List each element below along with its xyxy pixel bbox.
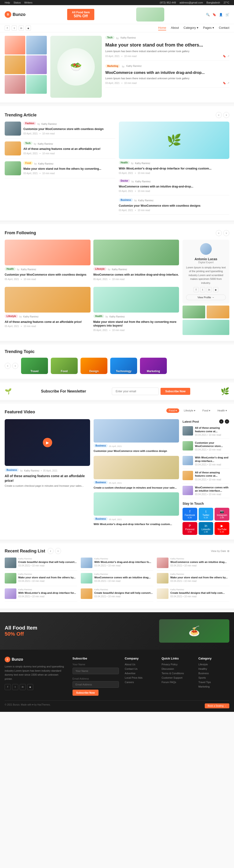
latest-next[interactable]: › <box>225 419 229 424</box>
company-link-local[interactable]: Local Price Ads <box>125 676 143 679</box>
footer-name-input[interactable] <box>72 668 119 674</box>
nav-pages[interactable]: Pages ▾ <box>203 26 214 30</box>
video-tab-health[interactable]: Health ▾ <box>215 408 229 413</box>
topbar-link-status[interactable]: Status <box>13 1 21 4</box>
bookmark-action-2[interactable]: 🔖 <box>223 82 226 85</box>
following-next[interactable]: › <box>223 230 229 236</box>
cat-link-lifestyle[interactable]: Lifestyle <box>199 663 208 666</box>
reading-next[interactable]: › <box>55 548 61 554</box>
following-prev[interactable]: ‹ <box>216 230 222 236</box>
footer-quick: Quick Links Privacy Policy Discussion Te… <box>162 657 192 696</box>
author-twitter[interactable]: t <box>200 287 205 292</box>
trending3-title[interactable]: Make your store stand out from the other… <box>23 167 115 171</box>
social-facebook[interactable]: f <box>5 26 10 31</box>
topic-travel[interactable]: Travel <box>21 358 48 374</box>
grid-view-icon[interactable]: ⊞ <box>227 550 229 553</box>
cart-icon[interactable]: 🛒 <box>226 13 229 17</box>
company-link-contact[interactable]: Contact Us <box>125 668 137 670</box>
social-card-instagram[interactable]: 📷 Instagram 2.8K <box>214 508 229 521</box>
cat-link-business[interactable]: Business <box>199 672 209 675</box>
author-facebook[interactable]: f <box>194 287 199 292</box>
trending2-title[interactable]: All of these amazing features come at an… <box>23 147 115 151</box>
nav-about[interactable]: About <box>171 26 179 30</box>
company-link-careers[interactable]: Careers <box>125 681 134 684</box>
video-tab-food1[interactable]: Food ▾ <box>166 408 179 413</box>
hero-article2-title[interactable]: WooCommerce comes with an intuitive drag… <box>105 70 229 75</box>
play-button[interactable]: ▶ <box>43 438 52 447</box>
social-linkedin[interactable]: in <box>19 26 24 31</box>
social-other[interactable]: ◆ <box>26 26 31 31</box>
subscribe-button[interactable]: Subscribe Now <box>160 388 190 395</box>
nav-category[interactable]: Category ▾ <box>183 26 198 30</box>
subscribe-email-input[interactable] <box>112 388 159 395</box>
social-twitter[interactable]: t <box>12 26 17 31</box>
footer-fb-icon[interactable]: f <box>5 684 11 690</box>
trending1-title[interactable]: Customize your WooCommerce store with co… <box>23 127 115 131</box>
cat-link-travel[interactable]: Travel Tips <box>199 681 211 684</box>
subscribe-form[interactable]: Subscribe Now <box>112 388 190 395</box>
following3-title[interactable]: All of these amazing features come at an… <box>5 320 91 324</box>
footer-subscribe-button[interactable]: Subscribe Now <box>72 690 98 696</box>
cat-link-healthy[interactable]: Healthy <box>199 668 207 670</box>
cat-link-marketing[interactable]: Marketing <box>199 685 210 688</box>
quick-link-support[interactable]: Customer Support <box>162 676 182 679</box>
topic-marketing[interactable]: Marketing <box>140 358 167 374</box>
nav-contact[interactable]: Contact <box>219 26 229 30</box>
share-action-2[interactable]: ↗ <box>227 82 229 85</box>
social-card-linkedin[interactable]: in LinkedIn 1.9K <box>199 522 213 535</box>
view-profile-button[interactable]: View Profile → <box>186 294 226 300</box>
following4-title[interactable]: Make your store stand out from the other… <box>93 320 179 328</box>
social-card-pinterest[interactable]: P Pinterest 3.5K <box>182 522 197 535</box>
quick-link-discussion[interactable]: Discussion <box>162 668 174 670</box>
trending-prev-arrow[interactable]: ‹ <box>216 112 222 118</box>
hero-article1-title[interactable]: Make your store stand out from the other… <box>105 41 229 48</box>
bookmark-action[interactable]: 🔖 <box>223 55 226 58</box>
latest-prev[interactable]: ‹ <box>219 419 224 424</box>
search-icon[interactable]: 🔍 <box>206 13 210 17</box>
book-seating-button[interactable]: Book a Seating → <box>205 704 229 708</box>
topic-prev[interactable]: ‹ <box>5 363 11 369</box>
user-icon[interactable]: 👤 <box>219 13 223 17</box>
footer-in-icon[interactable]: in <box>20 684 26 690</box>
vc2-title[interactable]: Create a custom checkout page in minutes… <box>94 486 179 490</box>
featured-left-title[interactable]: All of these amazing features come at an… <box>5 474 90 483</box>
video-tab-food2[interactable]: Food ▾ <box>200 408 213 413</box>
quick-link-terms[interactable]: Terms & Conditions <box>162 672 184 675</box>
company-link-about[interactable]: About Us <box>125 663 135 666</box>
share-action[interactable]: ↗ <box>227 55 229 58</box>
topic-tech[interactable]: Technology <box>110 358 137 374</box>
topic-food[interactable]: Food <box>51 358 78 374</box>
social-card-youtube[interactable]: ▶ YouTube 6.2K <box>214 522 229 535</box>
quick-link-faq[interactable]: Forum FAQs <box>162 681 176 684</box>
reading-img-3-1 <box>157 558 169 568</box>
cat-link-sports[interactable]: Sports <box>199 676 206 679</box>
bookmark-icon[interactable]: 🔖 <box>212 13 216 17</box>
view-by[interactable]: View by Date ⊞ <box>211 550 229 553</box>
trending-r1-title[interactable]: With WooLentor's drag-and-drop interface… <box>119 166 230 170</box>
topic-design[interactable]: Design <box>81 358 108 374</box>
footer-email-input[interactable] <box>72 681 119 688</box>
nav-home[interactable]: Home <box>158 26 166 30</box>
topic-next[interactable]: › <box>12 363 18 369</box>
vc3-title[interactable]: With WooLentor's drag-and-drop interface… <box>94 523 179 526</box>
following1-title[interactable]: Customize your WooCommerce store with co… <box>5 273 91 277</box>
reading-prev[interactable]: ‹ <box>48 548 54 554</box>
video-tab-lifestyle[interactable]: Lifestyle ▾ <box>182 408 198 413</box>
author-other[interactable]: ◆ <box>213 287 218 292</box>
vc1-title[interactable]: Customize your WooCommerce store with co… <box>94 449 179 453</box>
quick-link-privacy[interactable]: Privacy Policy <box>162 663 177 666</box>
topbar-link-writers[interactable]: Writers <box>24 1 32 4</box>
company-link-advertise[interactable]: Advertise <box>125 672 136 675</box>
trending-r3-title[interactable]: Customize your WooCommerce store with co… <box>119 204 230 208</box>
trending-next-arrow[interactable]: › <box>223 112 229 118</box>
logo[interactable]: B Bunzo <box>5 11 26 18</box>
footer-other-icon[interactable]: ◆ <box>27 684 33 690</box>
trending-r2-title[interactable]: WooCommerce comes with an intuitive drag… <box>119 185 230 189</box>
reading-nav-arrows: ‹ › <box>48 548 61 554</box>
following2-title[interactable]: WooCommerce comes with an intuitive drag… <box>93 273 179 277</box>
social-card-twitter[interactable]: t Twitter 5.1K <box>199 508 213 521</box>
author-linkedin[interactable]: in <box>207 287 212 292</box>
topbar-link-help[interactable]: Help <box>5 1 10 4</box>
footer-tw-icon[interactable]: t <box>12 684 18 690</box>
social-card-facebook[interactable]: f Facebook 4.2K <box>182 508 197 521</box>
